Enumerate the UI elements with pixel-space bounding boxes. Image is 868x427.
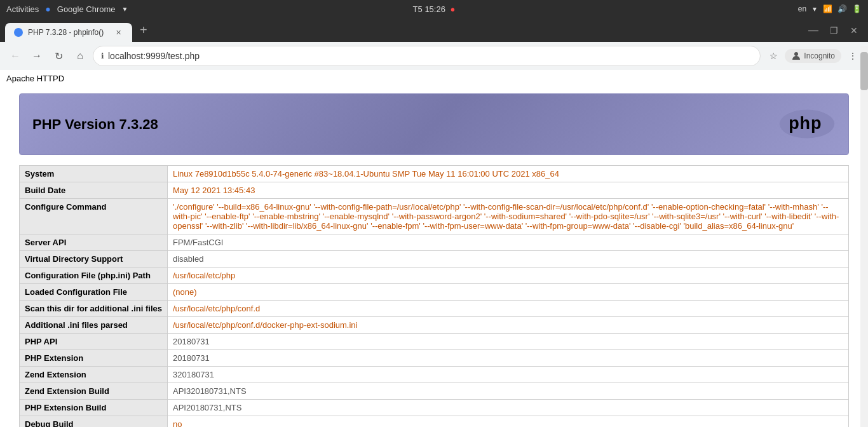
tab-favicon [14, 28, 23, 37]
php-version-title: PHP Version 7.3.28 [32, 116, 158, 133]
table-row: Configuration File (php.ini) Path/usr/lo… [20, 268, 849, 284]
table-row: Configure Command'./configure' '--build=… [20, 199, 849, 234]
table-row: Virtual Directory Supportdisabled [20, 251, 849, 268]
wifi-icon: 📶 [823, 4, 832, 13]
row-key: Debug Build [20, 416, 168, 428]
address-bar[interactable]: ℹ localhost:9999/test.php [93, 46, 761, 66]
php-header: PHP Version 7.3.28 php [19, 93, 849, 155]
apache-label: Apache HTTPD [0, 70, 868, 87]
row-value: /usr/local/etc/php/conf.d [167, 301, 848, 317]
new-tab-button[interactable]: + [136, 23, 151, 37]
tab-close-button[interactable]: ✕ [113, 27, 123, 37]
back-button[interactable]: ← [6, 47, 24, 65]
restore-button[interactable]: ❐ [825, 22, 843, 39]
table-row: Zend Extension320180731 [20, 367, 849, 383]
scrollbar[interactable] [860, 46, 868, 427]
table-row: PHP API20180731 [20, 334, 849, 350]
row-value: 20180731 [167, 334, 848, 350]
chrome-logo: ● [45, 4, 50, 14]
row-key: Scan this dir for additional .ini files [20, 301, 168, 317]
time-display: T5 15:26 [413, 4, 445, 14]
incognito-icon [791, 51, 801, 61]
row-key: Configure Command [20, 199, 168, 234]
table-row: PHP Extension20180731 [20, 350, 849, 367]
tab-title: PHP 7.3.28 - phpinfo() [28, 28, 104, 37]
row-value: /usr/local/etc/php [167, 268, 848, 284]
row-value: FPM/FastCGI [167, 234, 848, 251]
row-key: Build Date [20, 182, 168, 199]
table-row: Scan this dir for additional .ini files/… [20, 301, 849, 317]
battery-icon: 🔋 [852, 4, 862, 13]
table-row: Debug Buildno [20, 416, 849, 428]
url-text: localhost:9999/test.php [108, 51, 200, 61]
row-value: API20180731,NTS [167, 400, 848, 416]
row-value: Linux 7e8910d1b55c 5.4.0-74-generic #83~… [167, 166, 848, 182]
close-window-button[interactable]: ✕ [845, 22, 863, 39]
speaker-icon: 🔊 [837, 4, 847, 13]
svg-point-0 [15, 29, 22, 36]
row-key: Zend Extension Build [20, 383, 168, 400]
tab-bar: PHP 7.3.28 - phpinfo() ✕ + — ❐ ✕ [0, 18, 868, 42]
table-row: SystemLinux 7e8910d1b55c 5.4.0-74-generi… [20, 166, 849, 182]
table-row: Build DateMay 12 2021 13:45:43 [20, 182, 849, 199]
row-key: System [20, 166, 168, 182]
scrollbar-thumb[interactable] [860, 52, 868, 90]
browser-frame: PHP 7.3.28 - phpinfo() ✕ + — ❐ ✕ ← → ↻ ⌂… [0, 18, 868, 70]
os-bar-center: T5 15:26 ● [413, 4, 456, 14]
nav-bar: ← → ↻ ⌂ ℹ localhost:9999/test.php ☆ Inco… [0, 42, 868, 70]
active-tab[interactable]: PHP 7.3.28 - phpinfo() ✕ [5, 23, 132, 42]
reload-button[interactable]: ↻ [50, 47, 67, 65]
row-key: Server API [20, 234, 168, 251]
svg-text:php: php [789, 114, 822, 133]
row-value: './configure' '--build=x86_64-linux-gnu'… [167, 199, 848, 234]
row-value: May 12 2021 13:45:43 [167, 182, 848, 199]
row-value: API320180731,NTS [167, 383, 848, 400]
row-key: Additional .ini files parsed [20, 317, 168, 334]
home-button[interactable]: ⌂ [71, 47, 89, 65]
activities-label[interactable]: Activities [6, 4, 39, 14]
row-key: PHP API [20, 334, 168, 350]
table-row: Server APIFPM/FastCGI [20, 234, 849, 251]
lock-icon: ℹ [101, 51, 104, 60]
incognito-label: Incognito [804, 51, 835, 60]
table-row: Additional .ini files parsed/usr/local/e… [20, 317, 849, 334]
row-key: Loaded Configuration File [20, 284, 168, 301]
incognito-badge: Incognito [785, 49, 841, 63]
os-bar-right: en ▼ 📶 🔊 🔋 [798, 4, 862, 13]
os-bar-left: Activities ● Google Chrome ▼ [6, 4, 128, 14]
row-value: 320180731 [167, 367, 848, 383]
phpinfo-wrap: PHP Version 7.3.28 php SystemLinux 7e891… [0, 87, 868, 427]
row-value: 20180731 [167, 350, 848, 367]
info-table: SystemLinux 7e8910d1b55c 5.4.0-74-generi… [19, 165, 849, 427]
table-row: Loaded Configuration File(none) [20, 284, 849, 301]
svg-point-1 [794, 52, 798, 56]
row-key: PHP Extension Build [20, 400, 168, 416]
row-value: disabled [167, 251, 848, 268]
table-row: Zend Extension BuildAPI320180731,NTS [20, 383, 849, 400]
lang-label[interactable]: en [798, 4, 806, 13]
row-key: Zend Extension [20, 367, 168, 383]
row-key: Virtual Directory Support [20, 251, 168, 268]
row-key: Configuration File (php.ini) Path [20, 268, 168, 284]
minimize-button[interactable]: — [804, 22, 822, 39]
dropdown-icon[interactable]: ▼ [122, 6, 128, 13]
recording-dot: ● [451, 4, 456, 14]
php-logo: php [778, 107, 836, 142]
nav-right-buttons: ☆ Incognito ⋮ [764, 47, 862, 65]
page-content: Apache HTTPD PHP Version 7.3.28 php Syst… [0, 70, 868, 427]
row-value: (none) [167, 284, 848, 301]
bookmark-button[interactable]: ☆ [764, 47, 782, 65]
row-key: PHP Extension [20, 350, 168, 367]
row-value: /usr/local/etc/php/conf.d/docker-php-ext… [167, 317, 848, 334]
row-value: no [167, 416, 848, 428]
forward-button[interactable]: → [28, 47, 46, 65]
browser-name[interactable]: Google Chrome [57, 4, 116, 14]
table-row: PHP Extension BuildAPI20180731,NTS [20, 400, 849, 416]
os-bar: Activities ● Google Chrome ▼ T5 15:26 ● … [0, 0, 868, 18]
menu-button[interactable]: ⋮ [844, 47, 862, 65]
lang-dropdown-icon[interactable]: ▼ [811, 6, 818, 13]
